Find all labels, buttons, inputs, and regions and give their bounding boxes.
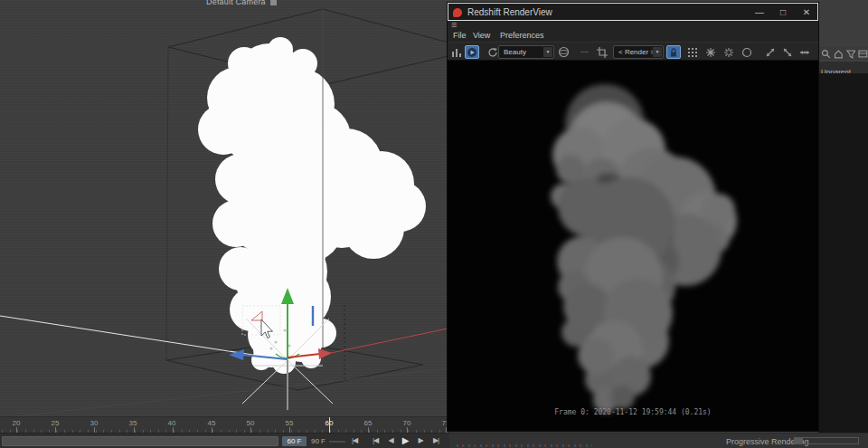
x-axis-arrow[interactable]	[229, 349, 244, 360]
renderview-hamburger-row: ≡	[448, 21, 818, 31]
menu-view[interactable]: View	[473, 31, 490, 40]
aov-dropdown[interactable]: Beauty ▼	[498, 45, 554, 59]
menu-preferences[interactable]: Preferences	[500, 31, 544, 40]
timeline-playhead[interactable]	[329, 417, 330, 433]
lock-icon[interactable]	[666, 45, 681, 59]
renderview-window: Redshift RenderView — □ ✕ ≡ File View Pr…	[447, 2, 819, 432]
frame-range-slider[interactable]	[329, 441, 345, 443]
hamburger-menu-icon[interactable]: ≡	[451, 19, 457, 30]
timeline-ruler[interactable]: 20 25 30 35 40 45 50 55 60 65 70 75	[0, 416, 452, 433]
maximize-button[interactable]: □	[776, 5, 790, 19]
object-manager-toolbar	[818, 47, 868, 60]
goto-end-button[interactable]: ▶|	[429, 434, 443, 447]
renderview-toolbar: Beauty ▼ < Render > ▼	[448, 42, 818, 61]
layout-box-icon[interactable]	[858, 49, 868, 59]
timeline-scrub-bar[interactable]	[2, 436, 278, 446]
swap-ab-icon[interactable]	[763, 45, 778, 59]
close-button[interactable]: ✕	[799, 5, 814, 19]
ruler-tick: 20	[13, 419, 21, 427]
unparent-bar: Unparent	[818, 61, 868, 73]
ruler-tick: 45	[208, 419, 216, 427]
fit-to-window-icon[interactable]	[780, 45, 795, 59]
ruler-tick: 40	[168, 419, 176, 427]
ruler-tick: 30	[90, 419, 99, 427]
end-frame-label[interactable]: 90 F	[311, 436, 326, 446]
ruler-tick: 55	[286, 419, 294, 427]
progress-bar-fill	[795, 438, 803, 443]
chevron-down-icon: ▼	[543, 47, 552, 57]
c4d-viewport[interactable]: Default Camera	[0, 0, 452, 416]
levels-icon[interactable]	[449, 45, 464, 59]
toolbar-separator	[580, 52, 589, 52]
compare-circle-icon[interactable]	[740, 45, 754, 59]
minimize-button[interactable]: —	[752, 5, 767, 19]
ruler-tick: 35	[129, 419, 137, 427]
search-icon[interactable]	[821, 49, 831, 59]
home-icon[interactable]	[834, 49, 844, 59]
ruler-tick: 25	[52, 419, 60, 427]
start-ipr-button[interactable]	[465, 45, 479, 59]
z-axis-arrow[interactable]	[318, 348, 332, 359]
status-artifact-strip	[457, 444, 592, 447]
render-image-area[interactable]: Frame 0: 2020-11-12 19:59:44 (0.21s)	[448, 61, 818, 431]
prev-key-button[interactable]: |◀	[368, 434, 382, 447]
camera-dropdown-value: < Render >	[618, 48, 655, 56]
pixel-zoom-icon[interactable]	[797, 45, 812, 59]
camera-label[interactable]: Default Camera	[206, 0, 277, 6]
dome-sphere-icon[interactable]	[556, 45, 571, 59]
chevron-down-icon: ▼	[653, 47, 662, 57]
snapshot-grid-icon[interactable]	[685, 45, 700, 59]
ruler-tick: 65	[364, 419, 373, 427]
frame-caption: Frame 0: 2020-11-12 19:59:44 (0.21s)	[448, 408, 818, 416]
goto-start-button[interactable]: |◀	[347, 434, 362, 447]
camera-menu-icon[interactable]	[270, 0, 277, 5]
renderview-titlebar[interactable]: Redshift RenderView — □ ✕	[448, 3, 818, 21]
play-button[interactable]: ▶	[398, 434, 412, 447]
aov-dropdown-value: Beauty	[504, 48, 526, 56]
ruler-tick: 50	[247, 419, 255, 427]
progress-bar	[794, 437, 859, 444]
status-bar: Progressive Rendering...	[449, 433, 868, 448]
redshift-logo-icon	[453, 8, 462, 17]
viewport-scene	[0, 0, 452, 416]
transport-bar: 60 F 90 F |◀ |◀ ◀ ▶ ▶ ▶|	[0, 433, 452, 448]
window-title: Redshift RenderView	[467, 7, 552, 17]
camera-dropdown[interactable]: < Render > ▼	[613, 45, 664, 59]
snapshot-b-icon[interactable]	[722, 45, 736, 59]
next-frame-button[interactable]: ▶	[413, 434, 428, 447]
menu-file[interactable]: File	[453, 31, 467, 40]
rendered-smoke	[448, 61, 818, 431]
renderview-menubar: File View Preferences	[448, 31, 818, 42]
snapshot-a-icon[interactable]	[703, 45, 718, 59]
current-frame-field[interactable]: 60 F	[282, 436, 307, 446]
region-crop-icon[interactable]	[595, 45, 609, 59]
camera-label-text: Default Camera	[206, 0, 266, 6]
object-manager-panel[interactable]	[818, 73, 868, 433]
filter-icon[interactable]	[846, 49, 856, 59]
ruler-tick: 70	[403, 419, 411, 427]
prev-frame-button[interactable]: ◀	[383, 434, 398, 447]
